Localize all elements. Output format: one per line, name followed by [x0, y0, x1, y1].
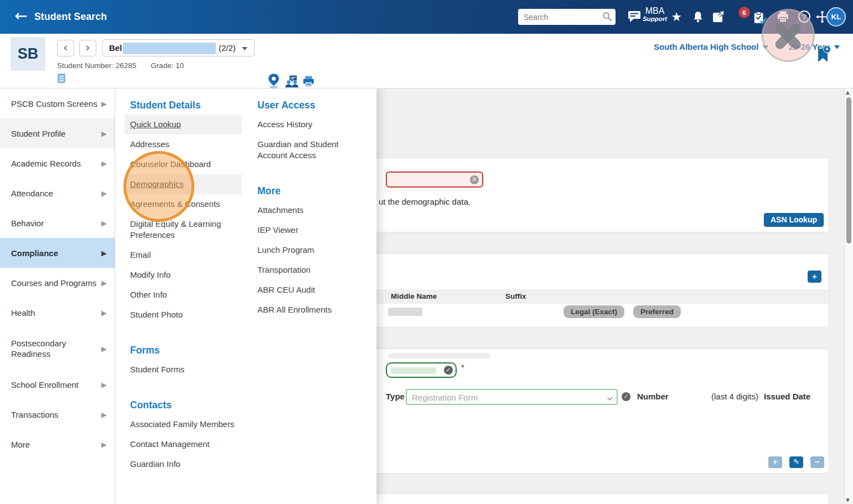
external-link-icon[interactable]	[710, 7, 727, 26]
chevron-right-icon: ▶	[101, 159, 107, 168]
documents-card: ✓ * Type Registration Form ✓ Number (las…	[372, 349, 829, 474]
chevron-right-icon: ▶	[101, 440, 107, 449]
messages-icon[interactable]	[625, 7, 643, 26]
preferred-badge[interactable]: Preferred	[633, 305, 681, 318]
sidebar-item-courses-and-programs[interactable]: Courses and Programs▶	[0, 268, 115, 298]
chevron-right-icon: ▶	[101, 219, 107, 227]
menu-item-student-photo[interactable]: Student Photo	[125, 305, 242, 325]
menu-item-guardian-info[interactable]: Guardian Info	[125, 454, 242, 474]
chevron-right-icon: ▶	[101, 345, 107, 353]
scroll-up-arrow[interactable]: ▲	[846, 90, 850, 95]
names-card: + Middle Name Suffix Legal (Exact) Prefe…	[372, 253, 829, 328]
document-type-select[interactable]: Registration Form	[406, 389, 618, 405]
menu-item-modify-info[interactable]: Modify Info	[125, 265, 242, 285]
chevron-down-icon	[763, 45, 768, 49]
edit-document-button[interactable]: ✎	[789, 456, 803, 468]
left-nav-sidebar: PSCB Custom Screens▶ Student Profile▶ Ac…	[0, 89, 115, 504]
sidebar-item-school-enrollment[interactable]: School Enrollment▶	[0, 370, 115, 399]
print-icon[interactable]	[774, 7, 792, 26]
asn-lookup-button[interactable]: ASN Lookup	[764, 213, 824, 227]
chevron-right-icon: ▶	[101, 189, 107, 198]
print-student-icon[interactable]	[302, 76, 315, 90]
menu-item-demographics[interactable]: Demographics	[125, 174, 242, 194]
search-input[interactable]	[518, 9, 616, 25]
menu-item-associated-family-members[interactable]: Associated Family Members	[125, 414, 242, 434]
help-icon[interactable]: ?	[795, 7, 813, 26]
issued-date-label: Issued Date	[764, 392, 810, 401]
favorites-star-icon[interactable]: ★	[668, 7, 685, 26]
chevron-right-icon: ▶	[101, 279, 107, 287]
record-counter: (2/2)	[219, 43, 236, 53]
menu-item-attachments[interactable]: Attachments	[252, 200, 369, 220]
menu-item-addresses[interactable]: Addresses	[125, 134, 242, 154]
student-avatar[interactable]: SB	[11, 38, 45, 70]
scroll-down-arrow[interactable]: ▼	[846, 497, 850, 503]
redacted-student-name	[123, 43, 216, 54]
year-selector[interactable]: 25-26 Year	[789, 42, 840, 51]
section-user-access: User Access	[257, 100, 369, 111]
sidebar-item-more[interactable]: More▶	[0, 429, 115, 459]
back-arrow-icon[interactable]: ←	[12, 8, 30, 25]
sidebar-item-transactions[interactable]: Transactions▶	[0, 399, 115, 429]
previous-student-button[interactable]: ‹	[57, 40, 74, 56]
bookmark-add-icon[interactable]: +	[818, 49, 828, 62]
sidebar-item-student-profile[interactable]: Student Profile▶	[0, 118, 115, 148]
user-avatar[interactable]: KL	[826, 7, 846, 27]
asn-input-invalid[interactable]: ×	[386, 172, 483, 188]
student-name-dropdown[interactable]: Bel (2/2)	[102, 39, 255, 56]
menu-item-student-forms[interactable]: Student Forms	[125, 360, 242, 380]
add-name-button[interactable]: +	[808, 271, 821, 283]
location-pin-icon[interactable]	[268, 74, 280, 91]
remove-document-button[interactable]: −	[810, 456, 824, 468]
sidebar-item-academic-records[interactable]: Academic Records▶	[0, 148, 115, 178]
menu-item-email[interactable]: Email	[125, 245, 242, 265]
menu-item-iep-viewer[interactable]: IEP Viewer	[252, 220, 369, 240]
menu-item-abr-all-enrollments[interactable]: ABR All Enrollments	[252, 300, 369, 320]
menu-item-digital-equity[interactable]: Digital Equity & Learning Preferences	[125, 214, 242, 245]
scrollbar-thumb[interactable]	[846, 97, 851, 243]
sidebar-item-postsecondary-readiness[interactable]: Postsecondary Readiness▶	[0, 328, 115, 370]
chevron-down-icon	[242, 47, 247, 50]
menu-item-other-info[interactable]: Other Info	[125, 285, 242, 305]
add-document-button[interactable]: +	[768, 456, 782, 468]
mba-support-link[interactable]: MBA Support	[642, 7, 668, 23]
student-note-icon[interactable]	[58, 74, 65, 83]
menu-item-counselor-dashboard[interactable]: Counselor Dashboard	[125, 154, 242, 174]
redacted-middle-name	[388, 308, 422, 316]
sidebar-item-attendance[interactable]: Attendance▶	[0, 178, 115, 208]
menu-item-access-history[interactable]: Access History	[252, 115, 369, 134]
menu-item-agreements-consents[interactable]: Agreements & Consents	[125, 194, 242, 214]
menu-item-transportation[interactable]: Transportation	[252, 260, 369, 280]
legal-exact-badge[interactable]: Legal (Exact)	[564, 305, 624, 318]
tasks-clipboard-icon[interactable]	[751, 8, 769, 27]
student-profile-flyout: Student Details Quick Lookup Addresses C…	[115, 89, 376, 504]
sidebar-item-compliance[interactable]: Compliance▶	[0, 238, 115, 268]
flyout-column-1: Student Details Quick Lookup Addresses C…	[125, 89, 242, 474]
menu-item-quick-lookup[interactable]: Quick Lookup	[125, 115, 242, 134]
chevron-down-icon	[607, 395, 613, 401]
section-more: More	[257, 185, 369, 197]
required-marker: *	[461, 362, 464, 372]
student-meta: Student Number: 26285 Grade: 10	[57, 61, 196, 70]
validated-input[interactable]: ✓	[386, 362, 457, 378]
search-icon[interactable]	[602, 12, 612, 24]
last4-label: (last 4 digits)	[711, 392, 758, 401]
menu-item-guardian-student-account-access[interactable]: Guardian and Student Account Access	[252, 134, 369, 165]
vertical-scrollbar[interactable]: ▲ ▼	[844, 89, 853, 504]
menu-item-abr-ceu-audit[interactable]: ABR CEU Audit	[252, 280, 369, 300]
menu-item-lunch-program[interactable]: Lunch Program	[252, 240, 369, 260]
sidebar-item-health[interactable]: Health▶	[0, 298, 115, 328]
counselor-chat-icon[interactable]	[285, 75, 300, 91]
type-placeholder: Registration Form	[412, 393, 478, 402]
menu-item-contact-management[interactable]: Contact Management	[125, 434, 242, 454]
sidebar-item-behavior[interactable]: Behavior▶	[0, 208, 115, 238]
student-number: Student Number: 26285	[57, 61, 136, 70]
clear-input-icon[interactable]: ×	[470, 175, 479, 184]
notifications-bell-icon[interactable]	[689, 7, 707, 26]
global-search	[518, 9, 616, 25]
section-student-details: Student Details	[130, 100, 242, 111]
next-student-button[interactable]: ›	[79, 40, 96, 56]
demographic-note: ut the demographic data.	[379, 197, 471, 206]
school-selector[interactable]: South Alberta High School	[654, 42, 768, 51]
sidebar-item-pscb-custom-screens[interactable]: PSCB Custom Screens▶	[0, 89, 115, 118]
